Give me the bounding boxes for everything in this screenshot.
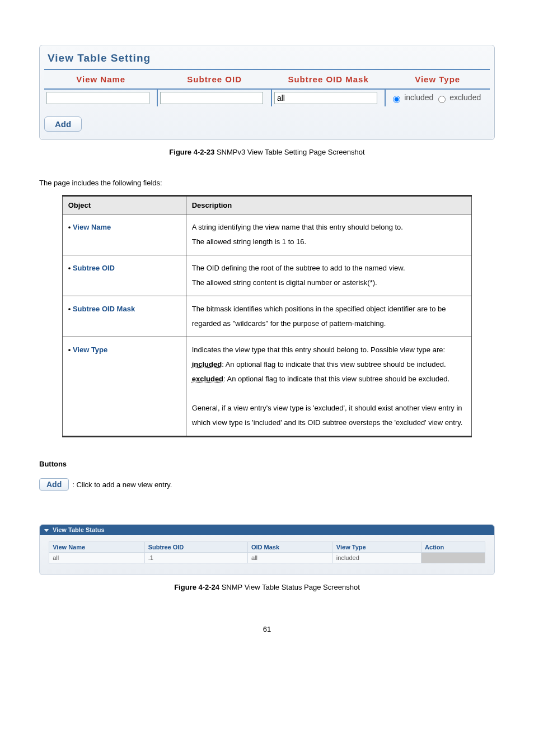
table-row: View Name A string identifying the view … (62, 214, 472, 255)
radio-included-label[interactable]: included (390, 93, 435, 102)
desc-view-type: Indicates the view type that this entry … (186, 337, 472, 437)
st-view-name: all (49, 553, 145, 563)
add-button-desc: : Click to add a new view entry. (72, 480, 172, 489)
obj-view-name: View Name (62, 214, 186, 255)
obj-subtree-oid-mask: Subtree OID Mask (62, 296, 186, 337)
vt-line1: Indicates the view type that this entry … (192, 346, 445, 354)
figure-caption-1: Figure 4-2-23 SNMPv3 View Table Setting … (39, 148, 495, 156)
subtree-oid-mask-input[interactable] (274, 92, 377, 104)
description-table: Object Description View Name A string id… (62, 195, 472, 437)
view-table-setting-panel: View Table Setting View Name Subtree OID… (39, 45, 495, 140)
table-row: Subtree OID Mask The bitmask identifies … (62, 296, 472, 337)
figure-num-2: Figure 4-2-24 (174, 583, 219, 591)
figure-text-1: SNMPv3 View Table Setting Page Screensho… (214, 148, 364, 156)
table-row: all .1 all included (49, 553, 485, 563)
radio-excluded[interactable] (438, 96, 446, 103)
table-row: View Type Indicates the view type that t… (62, 337, 472, 437)
view-name-input[interactable] (46, 92, 149, 104)
figure-num-1: Figure 4-2-23 (169, 148, 214, 156)
st-h-subtree-oid: Subtree OID (144, 542, 247, 553)
st-subtree-oid: .1 (144, 553, 247, 563)
col-subtree-oid-mask: Subtree OID Mask (271, 70, 385, 89)
desc-view-name: A string identifying the view name that … (186, 214, 472, 255)
figure-text-2: SNMP View Table Status Page Screenshot (219, 583, 360, 591)
view-table-status-panel: View Table Status View Name Subtree OID … (39, 524, 495, 575)
radio-included-text: included (404, 93, 433, 102)
page-number: 61 (39, 625, 495, 633)
add-button-sample[interactable]: Add (39, 478, 69, 491)
st-h-view-name: View Name (49, 542, 145, 553)
figure-caption-2: Figure 4-2-24 SNMP View Table Status Pag… (39, 583, 495, 591)
radio-included[interactable] (393, 96, 400, 103)
obj-view-type: View Type (62, 337, 186, 437)
view-type-radios: included excluded (388, 92, 483, 103)
desc-subtree-oid-mask: The bitmask identifies which positions i… (186, 296, 472, 337)
desc-h-description: Description (186, 196, 472, 214)
button-description-line: Add : Click to add a new view entry. (39, 478, 495, 491)
panel-title: View Table Setting (44, 50, 490, 70)
add-button[interactable]: Add (44, 116, 82, 132)
vt-included-term: included (192, 360, 222, 368)
col-subtree-oid: Subtree OID (157, 70, 271, 89)
radio-excluded-text: excluded (449, 93, 481, 102)
buttons-heading: Buttons (39, 460, 495, 468)
table-row: Subtree OID The OID defining the root of… (62, 255, 472, 296)
vt-tail: General, if a view entry's view type is … (192, 404, 463, 427)
st-h-oid-mask: OID Mask (247, 542, 332, 553)
vt-included-rest: : An optional flag to indicate that this… (222, 360, 446, 368)
chevron-down-icon (44, 529, 49, 532)
desc-subtree-oid: The OID defining the root of the subtree… (186, 255, 472, 296)
radio-excluded-label[interactable]: excluded (435, 93, 481, 102)
col-view-type: View Type (385, 70, 490, 89)
setting-form-table: View Name Subtree OID Subtree OID Mask V… (44, 70, 490, 106)
col-view-name: View Name (44, 70, 157, 89)
status-bar-title: View Table Status (53, 526, 105, 533)
st-view-type: included (332, 553, 421, 563)
intro-text: The page includes the following fields: (39, 179, 495, 187)
status-table: View Name Subtree OID OID Mask View Type… (49, 542, 485, 563)
status-bar[interactable]: View Table Status (40, 525, 494, 535)
obj-subtree-oid: Subtree OID (62, 255, 186, 296)
vt-excluded-rest: : An optional flag to indicate that this… (223, 375, 449, 383)
st-action[interactable] (421, 553, 485, 563)
subtree-oid-input[interactable] (160, 92, 263, 104)
st-h-view-type: View Type (332, 542, 421, 553)
st-oid-mask: all (247, 553, 332, 563)
vt-excluded-term: excluded (192, 375, 223, 383)
st-h-action: Action (421, 542, 485, 553)
desc-h-object: Object (62, 196, 186, 214)
